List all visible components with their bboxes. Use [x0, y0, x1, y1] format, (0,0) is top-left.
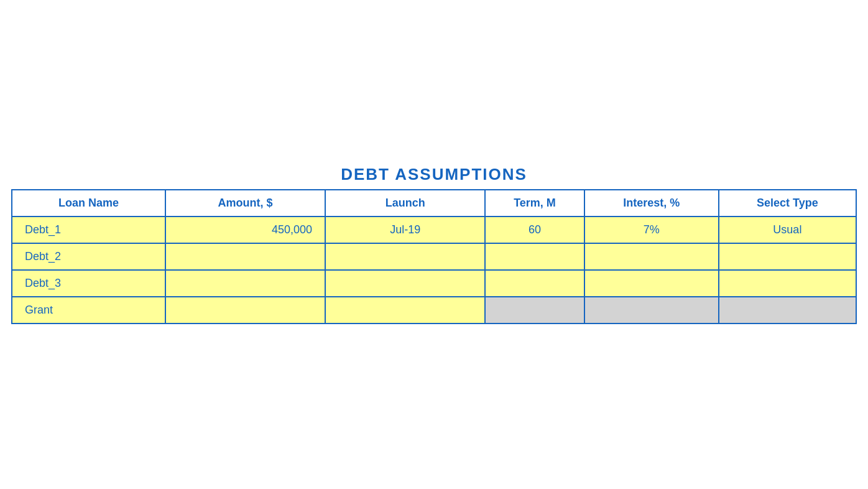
cell-interest[interactable]: [584, 270, 719, 297]
header-interest: Interest, %: [584, 190, 719, 217]
header-amount: Amount, $: [165, 190, 325, 217]
table-header-row: Loan Name Amount, $ Launch Term, M Inter…: [12, 190, 856, 217]
header-launch: Launch: [325, 190, 485, 217]
cell-launch[interactable]: [325, 270, 485, 297]
cell-loan-name[interactable]: Debt_3: [12, 270, 165, 297]
cell-interest[interactable]: 7%: [584, 217, 719, 243]
cell-term[interactable]: [485, 270, 584, 297]
table-row: Grant: [12, 297, 856, 324]
cell-term[interactable]: 60: [485, 217, 584, 243]
cell-loan-name[interactable]: Debt_1: [12, 217, 165, 243]
cell-select-type[interactable]: [719, 270, 856, 297]
cell-amount[interactable]: 450,000: [165, 217, 325, 243]
cell-select-type[interactable]: Usual: [719, 217, 856, 243]
debt-table: Loan Name Amount, $ Launch Term, M Inter…: [11, 189, 857, 324]
cell-amount[interactable]: [165, 270, 325, 297]
cell-select-type[interactable]: [719, 243, 856, 270]
table-row: Debt_2: [12, 243, 856, 270]
cell-term: [485, 297, 584, 324]
cell-select-type: [719, 297, 856, 324]
header-loan-name: Loan Name: [12, 190, 165, 217]
main-container: DEBT ASSUMPTIONS Loan Name Amount, $ Lau…: [11, 165, 857, 324]
table-row: Debt_1 450,000 Jul-19 60 7% Usual: [12, 217, 856, 243]
cell-launch[interactable]: [325, 243, 485, 270]
cell-amount[interactable]: [165, 243, 325, 270]
cell-launch[interactable]: [325, 297, 485, 324]
page-title: DEBT ASSUMPTIONS: [341, 165, 527, 184]
cell-interest: [584, 297, 719, 324]
cell-amount[interactable]: [165, 297, 325, 324]
table-row: Debt_3: [12, 270, 856, 297]
header-select-type: Select Type: [719, 190, 856, 217]
header-term: Term, M: [485, 190, 584, 217]
cell-loan-name[interactable]: Debt_2: [12, 243, 165, 270]
cell-loan-name[interactable]: Grant: [12, 297, 165, 324]
cell-launch[interactable]: Jul-19: [325, 217, 485, 243]
cell-term[interactable]: [485, 243, 584, 270]
cell-interest[interactable]: [584, 243, 719, 270]
